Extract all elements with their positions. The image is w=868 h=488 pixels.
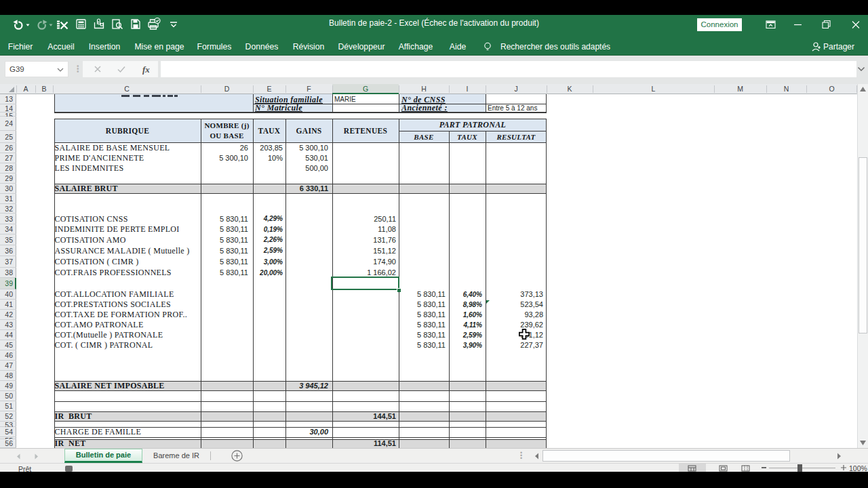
svg-text:fx: fx [142, 64, 150, 75]
